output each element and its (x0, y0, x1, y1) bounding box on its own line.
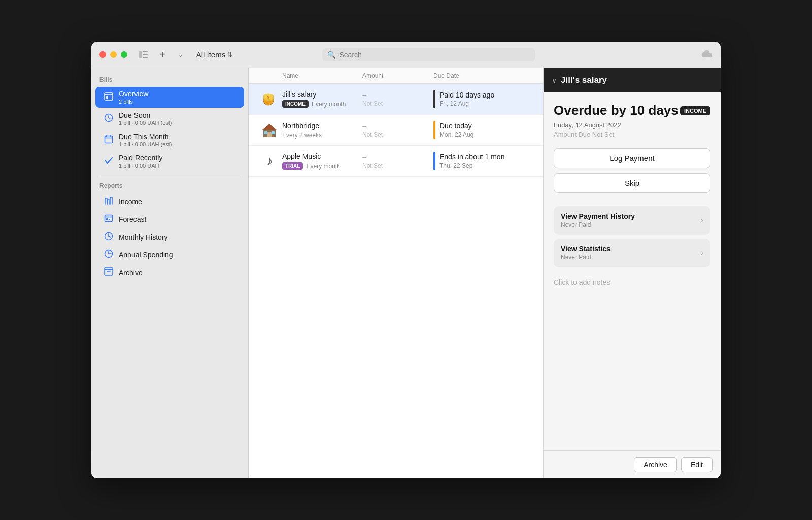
chevron-updown-icon: ⇅ (227, 51, 232, 58)
svg-rect-0 (139, 51, 142, 58)
apple-music-icon: ♪ (260, 152, 279, 170)
paid-recently-icon (104, 156, 114, 167)
cloud-button[interactable] (701, 49, 713, 60)
svg-rect-6 (106, 96, 108, 99)
view-payment-history-row[interactable]: View Payment History Never Paid › (554, 206, 710, 235)
view-statistics-sub: Never Paid (561, 254, 611, 261)
svg-rect-17 (109, 219, 110, 220)
apple-music-amount-sub: Not Set (362, 162, 433, 169)
svg-line-9 (109, 118, 110, 119)
close-button[interactable] (99, 51, 106, 58)
apple-music-tags: TRIAL Every month (282, 162, 358, 170)
apple-music-indicator (433, 152, 435, 170)
detail-footer: Archive Edit (544, 450, 721, 478)
maximize-button[interactable] (121, 51, 127, 58)
jills-salary-icon-wrap: $ (257, 90, 282, 108)
apple-music-due-wrap: Ends in about 1 mon Thu, 22 Sep (433, 152, 535, 170)
svg-rect-20 (105, 269, 113, 275)
archive-icon (104, 267, 114, 278)
list-row-northbridge[interactable]: Northbridge Every 2 weeks – Not Set Due … (249, 115, 543, 146)
sidebar-item-paid-recently[interactable]: Paid Recently 1 bill · 0,00 UAH (95, 151, 244, 172)
due-soon-icon (104, 113, 114, 124)
detail-overdue-row: Overdue by 10 days INCOME (554, 103, 710, 118)
sidebar-item-monthly-history[interactable]: Monthly History (95, 229, 244, 246)
search-bar[interactable]: 🔍 (322, 48, 535, 61)
statistics-chevron-icon: › (701, 248, 703, 257)
sidebar-item-archive-text: Archive (119, 269, 238, 277)
col-due-date: Due Date (433, 72, 535, 79)
col-icon (257, 72, 282, 79)
jills-salary-due-label: Paid 10 days ago (439, 91, 494, 99)
detail-amount-due: Amount Due Not Set (554, 131, 710, 138)
svg-rect-10 (105, 136, 113, 143)
add-button[interactable]: + (157, 47, 169, 62)
skip-button[interactable]: Skip (554, 173, 710, 193)
paid-recently-sub: 1 bill · 0,00 UAH (119, 162, 238, 169)
income-label: Income (119, 198, 238, 206)
sidebar-item-annual-spending[interactable]: Annual Spending (95, 246, 244, 264)
northbridge-due-wrap: Due today Mon, 22 Aug (433, 121, 535, 139)
sidebar-item-archive[interactable]: Archive (95, 264, 244, 281)
notes-field[interactable]: Click to add notes (554, 271, 710, 294)
due-this-month-label: Due This Month (119, 133, 238, 141)
sidebar-item-monthly-history-text: Monthly History (119, 233, 238, 241)
northbridge-indicator (433, 121, 435, 139)
detail-title: Jill's salary (561, 75, 607, 85)
sidebar-toggle-button[interactable] (136, 49, 151, 60)
northbridge-due-sub: Mon, 22 Aug (439, 131, 473, 138)
content-area: Bills Overview 2 bills (91, 68, 721, 478)
detail-header: ∨ Jill's salary (544, 68, 721, 92)
view-statistics-title: View Statistics (561, 245, 611, 253)
due-this-month-sub: 1 bill · 0,00 UAH (est) (119, 141, 238, 147)
detail-collapse-icon[interactable]: ∨ (552, 76, 557, 84)
apple-music-amount: – (362, 153, 433, 161)
add-chevron-button[interactable]: ⌄ (175, 49, 186, 60)
apple-music-name: Apple Music (282, 152, 358, 160)
jills-salary-amount-wrap: – Not Set (362, 91, 433, 107)
traffic-lights (99, 51, 127, 58)
due-soon-label: Due Soon (119, 111, 238, 119)
view-payment-history-sub: Never Paid (561, 221, 635, 229)
annual-spending-icon (104, 249, 114, 261)
search-icon: 🔍 (327, 51, 336, 59)
list-row-apple-music[interactable]: ♪ Apple Music TRIAL Every month – Not Se… (249, 146, 543, 177)
sidebar-item-overview[interactable]: Overview 2 bills (95, 87, 244, 108)
sidebar-item-forecast[interactable]: Forecast (95, 211, 244, 228)
all-items-button[interactable]: All Items ⇅ (192, 48, 237, 61)
svg-rect-30 (267, 132, 272, 137)
log-payment-button[interactable]: Log Payment (554, 148, 710, 168)
jills-salary-icon: $ (260, 90, 279, 108)
titlebar: + ⌄ All Items ⇅ 🔍 (91, 42, 721, 68)
sidebar-item-due-this-month[interactable]: Due This Month 1 bill · 0,00 UAH (est) (95, 129, 244, 150)
jills-salary-due-wrap: Paid 10 days ago Fri, 12 Aug (433, 90, 535, 108)
jills-salary-name: Jill's salary (282, 90, 358, 99)
sidebar: Bills Overview 2 bills (91, 68, 249, 478)
income-icon (104, 196, 114, 207)
view-statistics-row[interactable]: View Statistics Never Paid › (554, 239, 710, 267)
jills-salary-tags: INCOME Every month (282, 100, 358, 108)
app-window: + ⌄ All Items ⇅ 🔍 Bills (91, 42, 721, 478)
detail-income-badge: INCOME (680, 106, 710, 115)
search-input[interactable] (339, 51, 530, 59)
detail-date: Friday, 12 August 2022 (554, 121, 710, 129)
list-row-jills-salary[interactable]: $ Jill's salary INCOME Every month – Not… (249, 84, 543, 115)
monthly-history-icon (104, 232, 114, 243)
northbridge-tags: Every 2 weeks (282, 132, 358, 139)
sidebar-item-due-soon-text: Due Soon 1 bill · 0,00 UAH (est) (119, 111, 238, 126)
northbridge-icon-wrap (257, 121, 282, 139)
svg-rect-3 (143, 57, 148, 58)
minimize-button[interactable] (110, 51, 117, 58)
svg-rect-32 (272, 131, 275, 134)
archive-button[interactable]: Archive (634, 457, 677, 472)
detail-panel: ∨ Jill's salary Overdue by 10 days INCOM… (543, 68, 721, 478)
northbridge-due-label: Due today (439, 122, 473, 130)
northbridge-amount: – (362, 122, 433, 130)
svg-rect-16 (106, 218, 108, 220)
northbridge-name-wrap: Northbridge Every 2 weeks (282, 122, 362, 139)
overview-icon (104, 92, 114, 103)
sidebar-item-income[interactable]: Income (95, 193, 244, 210)
apple-music-amount-wrap: – Not Set (362, 153, 433, 169)
svg-text:$: $ (267, 95, 270, 100)
sidebar-item-due-soon[interactable]: Due Soon 1 bill · 0,00 UAH (est) (95, 108, 244, 129)
edit-button[interactable]: Edit (681, 457, 713, 472)
